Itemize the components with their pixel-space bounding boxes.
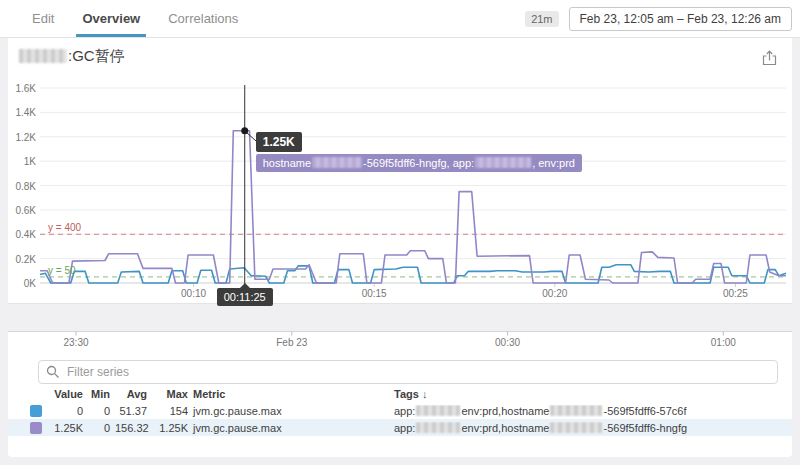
top-bar: Edit Overview Correlations 21m Feb 23, 1…: [0, 0, 800, 38]
col-max: Max: [152, 388, 188, 400]
duration-badge: 21m: [525, 11, 558, 27]
hover-time-badge: 00:11:25: [217, 288, 273, 306]
col-tags[interactable]: Tags ↓: [394, 388, 778, 400]
cell-metric: jvm.gc.pause.max: [193, 422, 389, 434]
hover-series-badge: hostname-569f5fdff6-hngfg, app:, env:prd: [256, 154, 582, 172]
table-row[interactable]: 1.25K 0 156.32 1.25K jvm.gc.pause.max ap…: [8, 419, 792, 436]
col-metric: Metric: [193, 388, 389, 400]
col-min: Min: [88, 388, 110, 400]
tab-overview[interactable]: Overview: [68, 0, 154, 37]
cell-metric: jvm.gc.pause.max: [193, 405, 389, 417]
sort-desc-icon: ↓: [422, 388, 428, 400]
time-range-picker[interactable]: Feb 23, 12:05 am – Feb 23, 12:26 am: [569, 7, 792, 31]
series-swatch: [30, 405, 42, 417]
graph-card: :GC暂停 0K0.2K0.4K0.6K0.8K1K1.2K1.4K1.6K00…: [8, 38, 792, 457]
tab-edit[interactable]: Edit: [18, 0, 68, 37]
cell-min: 0: [88, 422, 110, 434]
cell-min: 0: [88, 405, 110, 417]
series-swatch: [30, 422, 42, 434]
search-icon: [46, 365, 60, 379]
table-row[interactable]: 0 0 51.37 154 jvm.gc.pause.max app:env:p…: [8, 402, 792, 419]
cell-max: 1.25K: [152, 422, 188, 434]
tab-bar: Edit Overview Correlations: [0, 0, 252, 37]
col-avg: Avg: [115, 388, 147, 400]
cell-max: 154: [152, 405, 188, 417]
table-header-row: Value Min Avg Max Metric Tags ↓: [8, 385, 792, 402]
cell-value: 1.25K: [47, 422, 83, 434]
filter-series-wrap: [38, 360, 778, 384]
cell-tags: app:env:prd,hostname-569f5fdff6-57c6f: [394, 405, 778, 417]
cell-tags: app:env:prd,hostname-569f5fdff6-hngfg: [394, 422, 778, 434]
cell-avg: 51.37: [115, 405, 147, 417]
hover-value-badge: 1.25K: [256, 132, 302, 152]
cell-value: 0: [47, 405, 83, 417]
filter-series-input[interactable]: [38, 360, 778, 384]
tab-correlations[interactable]: Correlations: [154, 0, 252, 37]
timeline-minimap[interactable]: [8, 303, 792, 331]
col-value: Value: [47, 388, 83, 400]
cell-avg: 156.32: [115, 422, 147, 434]
series-table: Value Min Avg Max Metric Tags ↓ 0 0 51.3…: [8, 385, 792, 436]
